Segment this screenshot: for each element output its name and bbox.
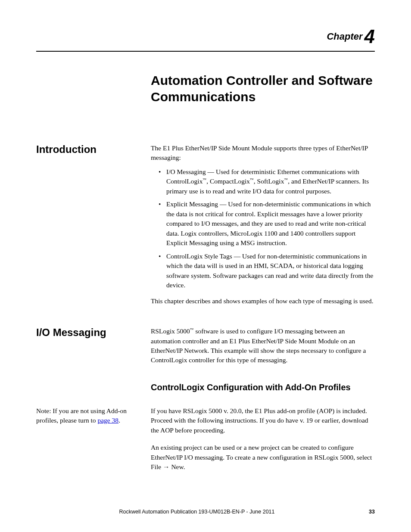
introduction-heading: Introduction [36,143,151,156]
header-rule [36,51,375,52]
intro-bullet-3: ControlLogix Style Tags — Used for non-d… [151,252,375,290]
trademark-symbol: ™ [250,177,254,182]
addon-note: Note: If you are not using Add-on profil… [36,406,151,426]
section-introduction: Introduction The E1 Plus EtherNet/IP Sid… [36,143,375,306]
trademark-symbol: ™ [202,177,206,182]
intro-bullet-2: Explicit Messaging — Used for non-determ… [151,199,375,248]
trademark-symbol: ™ [284,177,288,182]
arrow-icon: → [163,463,170,470]
bullet-1-text-b: , CompactLogix [206,177,250,185]
intro-paragraph-2: This chapter describes and shows example… [151,296,375,306]
page-title: Automation Controller and Software Commu… [151,72,375,105]
footer-publication: Rockwell Automation Publication 193-UM01… [36,509,358,515]
bullet-1-text-c: , SoftLogix [254,177,284,185]
chapter-number: 4 [364,26,375,47]
aop-paragraph-1: If you have RSLogix 5000 v. 20.0, the E1… [151,406,375,435]
section-aop-note: Note: If you are not using Add-on profil… [36,406,375,472]
section-io-messaging: I/O Messaging RSLogix 5000™ software is … [36,327,375,406]
page-38-link[interactable]: page 38 [97,417,118,424]
controllogix-subheading: ControlLogix Configuration with Add-On P… [151,383,375,392]
footer-page-number: 33 [358,509,375,515]
aop-paragraph-2: An existing project can be used or a new… [151,443,375,472]
trademark-symbol: ™ [190,327,194,332]
intro-bullet-1: I/O Messaging — Used for deterministic E… [151,167,375,196]
chapter-header: Chapter4 [36,26,375,47]
note-post: . [118,417,120,424]
intro-paragraph-1: The E1 Plus EtherNet/IP Side Mount Modul… [151,143,375,163]
io-messaging-heading: I/O Messaging [36,327,151,339]
chapter-label: Chapter [327,31,362,42]
io-paragraph-1: RSLogix 5000™ software is used to config… [151,327,375,365]
intro-bullet-list: I/O Messaging — Used for deterministic E… [151,167,375,290]
io-p1-pre: RSLogix 5000 [151,327,190,335]
title-row: Automation Controller and Software Commu… [36,72,375,143]
aop-p2-b: New. [170,463,185,470]
page-footer: Rockwell Automation Publication 193-UM01… [36,509,375,515]
